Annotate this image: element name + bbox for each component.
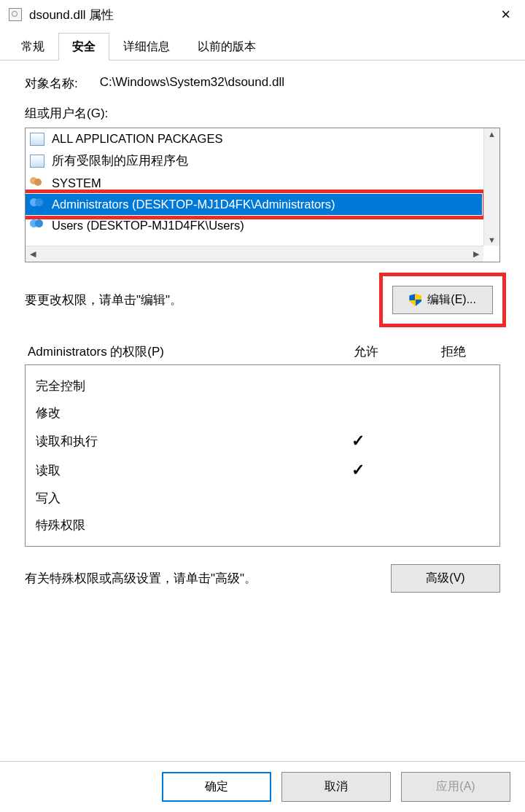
scroll-right-icon[interactable]: ▶	[469, 248, 483, 260]
tab-bar: 常规 安全 详细信息 以前的版本	[0, 32, 525, 60]
package-icon	[30, 155, 46, 168]
advanced-button[interactable]: 高级(V)	[391, 564, 500, 593]
object-name-value: C:\Windows\System32\dsound.dll	[100, 75, 284, 92]
permission-name: 读取	[36, 462, 314, 479]
permission-name: 完全控制	[36, 378, 314, 394]
permission-row: 读取 ✓	[26, 456, 499, 485]
scroll-up-icon[interactable]: ▲	[483, 128, 500, 140]
edit-button[interactable]: 编辑(E)...	[392, 286, 493, 314]
list-item-label: SYSTEM	[52, 176, 101, 190]
object-name-label: 对象名称:	[25, 75, 78, 92]
permission-name: 读取和执行	[36, 433, 314, 450]
permission-row: 读取和执行 ✓	[26, 426, 499, 456]
list-item-label: Users (DESKTOP-MJ1D4FK\Users)	[52, 219, 244, 233]
allow-cell: ✓	[314, 461, 402, 480]
admin-group-icon	[30, 198, 46, 211]
list-item-label: 所有受限制的应用程序包	[52, 153, 188, 169]
permission-name: 写入	[36, 490, 314, 507]
tab-security[interactable]: 安全	[58, 33, 109, 60]
window-title: dsound.dll 属性	[29, 7, 495, 23]
apply-button[interactable]: 应用(A)	[401, 772, 510, 802]
permission-row: 特殊权限	[26, 512, 499, 539]
edit-permissions-row: 要更改权限，请单击"编辑"。 编辑(E)...	[25, 278, 500, 321]
object-name-row: 对象名称: C:\Windows\System32\dsound.dll	[25, 75, 500, 92]
tab-previous-versions[interactable]: 以前的版本	[184, 33, 270, 60]
shield-icon	[409, 294, 421, 306]
advanced-text: 有关特殊权限或高级设置，请单击"高级"。	[25, 569, 376, 588]
groups-listbox[interactable]: ALL APPLICATION PACKAGES 所有受限制的应用程序包 SYS…	[25, 128, 500, 262]
users-group-icon	[30, 219, 46, 233]
permissions-header: Administrators 的权限(P) 允许 拒绝	[25, 343, 500, 360]
dialog-footer: 确定 取消 应用(A)	[0, 761, 525, 812]
permission-row: 完全控制	[26, 372, 499, 399]
advanced-row: 有关特殊权限或高级设置，请单击"高级"。 高级(V)	[25, 564, 500, 593]
groups-label: 组或用户名(G):	[25, 105, 500, 122]
scrollbar-horizontal[interactable]: ◀ ▶	[26, 246, 483, 262]
list-item[interactable]: Users (DESKTOP-MJ1D4FK\Users)	[26, 215, 482, 236]
deny-column-header: 拒绝	[410, 343, 497, 360]
cancel-button[interactable]: 取消	[281, 772, 391, 802]
list-item-label: ALL APPLICATION PACKAGES	[52, 132, 222, 146]
package-icon	[30, 133, 46, 146]
file-icon	[9, 8, 22, 21]
edit-permissions-text: 要更改权限，请单击"编辑"。	[25, 292, 370, 308]
ok-button[interactable]: 确定	[162, 772, 271, 802]
cancel-button-label: 取消	[324, 779, 348, 795]
permissions-title: Administrators 的权限(P)	[28, 343, 322, 360]
permission-name: 修改	[36, 405, 314, 421]
close-button[interactable]: ×	[495, 5, 516, 24]
tab-content: 对象名称: C:\Windows\System32\dsound.dll 组或用…	[0, 60, 525, 607]
permission-name: 特殊权限	[36, 517, 314, 534]
list-item-selected[interactable]: Administrators (DESKTOP-MJ1D4FK\Administ…	[26, 194, 482, 215]
tab-general[interactable]: 常规	[7, 33, 58, 60]
permissions-list: 完全控制 修改 读取和执行 ✓ 读取 ✓ 写入 特殊权限	[25, 364, 500, 547]
list-item[interactable]: SYSTEM	[26, 173, 482, 194]
users-icon	[30, 177, 46, 190]
title-bar: dsound.dll 属性 ×	[0, 0, 525, 29]
list-item[interactable]: 所有受限制的应用程序包	[26, 149, 482, 173]
tab-details[interactable]: 详细信息	[109, 33, 184, 60]
ok-button-label: 确定	[205, 779, 228, 795]
permission-row: 修改	[26, 399, 499, 426]
list-item-label: Administrators (DESKTOP-MJ1D4FK\Administ…	[52, 198, 335, 211]
edit-button-label: 编辑(E)...	[427, 292, 476, 308]
list-item[interactable]: ALL APPLICATION PACKAGES	[26, 128, 482, 149]
scroll-down-icon[interactable]: ▼	[483, 234, 500, 246]
advanced-button-label: 高级(V)	[426, 571, 464, 586]
allow-column-header: 允许	[322, 343, 410, 360]
permission-row: 写入	[26, 485, 499, 512]
scrollbar-vertical[interactable]: ▲ ▼	[483, 128, 499, 246]
allow-cell: ✓	[314, 432, 402, 450]
apply-button-label: 应用(A)	[436, 779, 475, 795]
scroll-left-icon[interactable]: ◀	[26, 248, 40, 260]
